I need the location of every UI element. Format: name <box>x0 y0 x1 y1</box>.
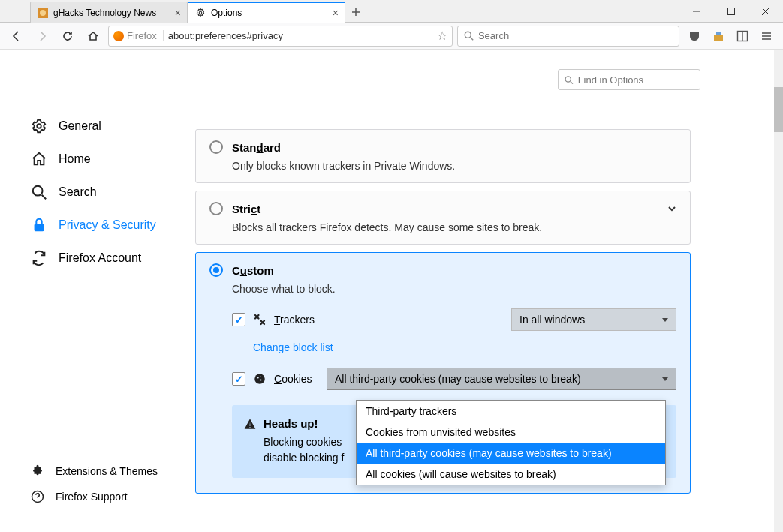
cookies-icon <box>253 372 267 386</box>
search-input[interactable] <box>478 30 673 41</box>
nav-label: Firefox Account <box>59 251 141 265</box>
cookies-row: Cookies All third-party cookies (may cau… <box>232 368 676 390</box>
svg-point-18 <box>37 124 41 128</box>
reload-button[interactable] <box>57 26 78 47</box>
sync-icon <box>30 249 48 267</box>
caret-down-icon <box>662 377 668 381</box>
panel-title: Custom <box>232 264 274 277</box>
maximize-button[interactable] <box>714 0 748 23</box>
panel-title: Standard <box>232 141 281 154</box>
svg-point-2 <box>199 11 202 14</box>
nav-home[interactable]: Home <box>30 143 195 176</box>
panel-strict[interactable]: Strict Blocks all trackers Firefox detec… <box>195 191 691 245</box>
svg-point-26 <box>257 377 259 379</box>
warning-icon <box>244 418 256 430</box>
search-icon <box>464 31 474 41</box>
panel-desc: Blocks all trackers Firefox detects. May… <box>232 221 676 233</box>
close-window-button[interactable] <box>748 0 783 23</box>
home-icon <box>30 150 48 168</box>
dropdown-value: In all windows <box>519 314 585 326</box>
nav-extensions-themes[interactable]: Extensions & Themes <box>30 458 195 484</box>
nav-firefox-account[interactable]: Firefox Account <box>30 242 195 275</box>
svg-point-25 <box>254 374 265 384</box>
minimize-button[interactable] <box>679 0 714 23</box>
address-bar[interactable]: Firefox about:preferences#privacy ☆ <box>108 26 453 47</box>
preferences-main: Standard Only blocks known trackers in P… <box>195 50 783 532</box>
identity-box[interactable]: Firefox <box>113 30 164 41</box>
find-in-options[interactable] <box>558 69 700 90</box>
tab-label: gHacks Technology News <box>53 8 170 18</box>
svg-line-10 <box>471 38 473 40</box>
nav-privacy-security[interactable]: Privacy & Security <box>30 209 195 242</box>
tab-strip: gHacks Technology News × Options × <box>0 0 679 23</box>
trackers-label: Trackers <box>274 314 357 326</box>
tab-ghacks[interactable]: gHacks Technology News × <box>30 2 188 23</box>
radio-custom[interactable] <box>209 263 223 277</box>
cookies-dropdown-menu: Third-party trackers Cookies from unvisi… <box>356 400 666 485</box>
tab-options[interactable]: Options × <box>188 2 345 23</box>
checkbox-cookies[interactable] <box>232 372 245 386</box>
panel-standard[interactable]: Standard Only blocks known trackers in P… <box>195 129 691 183</box>
radio-strict[interactable] <box>209 202 223 215</box>
menu-button[interactable] <box>756 26 777 47</box>
svg-rect-12 <box>716 32 721 35</box>
home-button[interactable] <box>83 26 104 47</box>
panel-title: Strict <box>232 203 260 215</box>
svg-point-19 <box>33 186 43 196</box>
lock-icon <box>30 216 48 234</box>
change-block-list-link[interactable]: Change block list <box>253 341 333 353</box>
preferences-sidebar: General Home Search Privacy & Security F… <box>0 50 195 532</box>
addon-icon[interactable] <box>708 26 729 47</box>
cookies-dropdown[interactable]: All third-party cookies (may cause websi… <box>327 368 676 390</box>
panel-custom: Custom Choose what to block. Trackers In… <box>195 252 691 494</box>
svg-rect-6 <box>728 8 735 15</box>
nav-label: General <box>59 119 101 133</box>
svg-rect-21 <box>35 224 44 231</box>
nav-label: Home <box>59 152 91 166</box>
nav-search[interactable]: Search <box>30 176 195 209</box>
nav-label: Firefox Support <box>56 491 128 503</box>
find-input[interactable] <box>578 74 694 86</box>
dropdown-option[interactable]: All third-party cookies (may cause websi… <box>357 443 665 464</box>
identity-label: Firefox <box>127 30 157 41</box>
close-icon[interactable]: × <box>333 7 339 19</box>
back-button[interactable] <box>6 26 27 47</box>
nav-firefox-support[interactable]: Firefox Support <box>30 484 195 509</box>
svg-point-9 <box>465 32 471 38</box>
dropdown-value: All third-party cookies (may cause websi… <box>335 373 581 385</box>
panel-desc: Choose what to block. <box>232 283 676 295</box>
bookmark-star-icon[interactable]: ☆ <box>437 29 447 43</box>
url-text: about:preferences#privacy <box>168 30 432 41</box>
forward-button[interactable] <box>32 26 53 47</box>
ublock-icon[interactable] <box>684 26 705 47</box>
checkbox-trackers[interactable] <box>232 313 245 326</box>
content-area: General Home Search Privacy & Security F… <box>0 50 783 532</box>
close-icon[interactable]: × <box>175 7 181 19</box>
svg-point-23 <box>565 76 571 81</box>
nav-label: Search <box>59 185 97 199</box>
nav-toolbar: Firefox about:preferences#privacy ☆ <box>0 23 783 50</box>
cookies-label: Cookies <box>274 373 319 385</box>
svg-point-28 <box>260 376 261 377</box>
ghacks-favicon <box>37 7 49 19</box>
window-controls <box>679 0 783 22</box>
trackers-dropdown[interactable]: In all windows <box>511 308 676 331</box>
search-icon <box>565 75 574 85</box>
help-icon <box>30 489 45 504</box>
nav-label: Privacy & Security <box>59 218 156 232</box>
nav-general[interactable]: General <box>30 110 195 143</box>
dropdown-option[interactable]: All cookies (will cause websites to brea… <box>357 464 665 485</box>
dropdown-option[interactable]: Cookies from unvisited websites <box>357 422 665 443</box>
dropdown-option[interactable]: Third-party trackers <box>357 401 665 422</box>
nav-label: Extensions & Themes <box>56 465 158 477</box>
puzzle-icon <box>30 464 45 479</box>
trackers-icon <box>253 313 267 326</box>
library-icon[interactable] <box>732 26 753 47</box>
chevron-down-icon[interactable] <box>667 204 676 213</box>
trackers-row: Trackers In all windows <box>232 308 676 331</box>
search-bar[interactable] <box>457 26 679 47</box>
titlebar: gHacks Technology News × Options × <box>0 0 783 23</box>
new-tab-button[interactable] <box>345 2 366 23</box>
radio-standard[interactable] <box>209 140 223 154</box>
search-icon <box>30 183 48 201</box>
